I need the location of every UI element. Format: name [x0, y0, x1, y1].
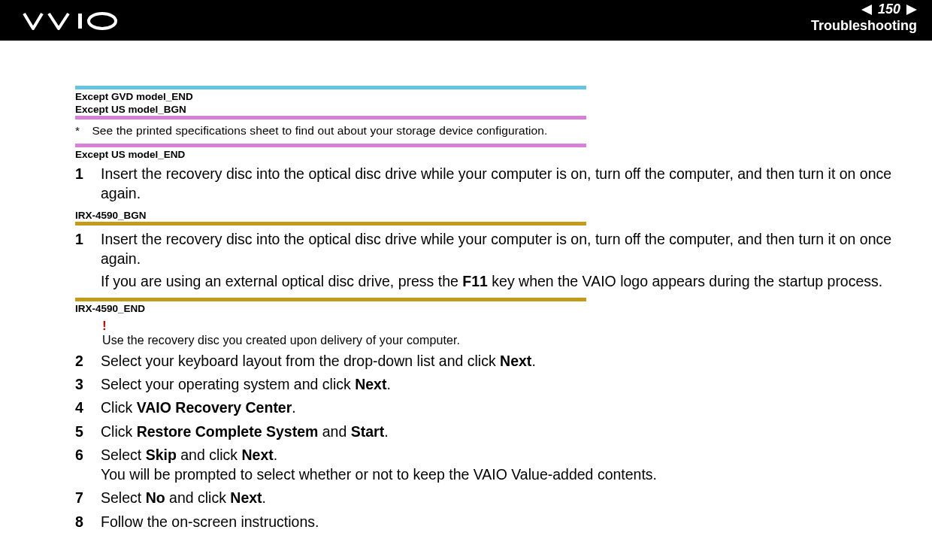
- step-body: Follow the on-screen instructions.: [101, 512, 917, 531]
- t: and click: [165, 489, 231, 506]
- step-3: 3 Select your operating system and click…: [75, 374, 917, 394]
- prev-page-arrow-icon[interactable]: [861, 5, 872, 15]
- step-number: 1: [75, 229, 101, 292]
- step-2: 2 Select your keyboard layout from the d…: [75, 351, 917, 371]
- t: Next: [242, 446, 274, 463]
- step-text: Insert the recovery disc into the optica…: [101, 164, 917, 204]
- step-number: 1: [75, 164, 101, 204]
- vaio-logo-icon: [23, 11, 120, 32]
- step-8: 8 Follow the on-screen instructions.: [75, 512, 917, 531]
- t: .: [384, 423, 388, 440]
- alert-text: Use the recovery disc you created upon d…: [102, 334, 917, 347]
- step-b1: 1 Insert the recovery disc into the opti…: [75, 229, 917, 292]
- step-number: 4: [75, 398, 101, 417]
- marker-irx-bgn: IRX-4590_BGN: [75, 210, 917, 221]
- t: and click: [177, 446, 242, 463]
- t: Skip: [146, 446, 177, 463]
- t: .: [262, 489, 266, 506]
- text-post: key when the VAIO logo appears during th…: [488, 273, 882, 289]
- step-body: Select No and click Next.: [101, 488, 917, 507]
- step-7: 7 Select No and click Next.: [75, 488, 917, 507]
- step-number: 7: [75, 488, 101, 507]
- step-body: Select your keyboard layout from the dro…: [101, 351, 917, 371]
- step-body: Insert the recovery disc into the optica…: [101, 229, 917, 292]
- step-body: Click VAIO Recovery Center.: [101, 398, 917, 417]
- step-body: Select your operating system and click N…: [101, 374, 917, 394]
- t: No: [146, 489, 165, 506]
- marker-except-us-end: Except US model_END: [75, 149, 917, 160]
- text-pre: If you are using an external optical dis…: [101, 273, 462, 289]
- t: VAIO Recovery Center: [137, 399, 292, 416]
- t: .: [386, 376, 390, 392]
- step-body: Select Skip and click Next. You will be …: [101, 445, 917, 485]
- t: Select your keyboard layout from the dro…: [101, 353, 500, 369]
- t: Select: [101, 489, 146, 506]
- marker-irx-end: IRX-4590_END: [75, 303, 917, 314]
- step-number: 5: [75, 422, 101, 441]
- svg-point-1: [89, 14, 116, 29]
- step-line2: You will be prompted to select whether o…: [101, 465, 917, 484]
- step-a1: 1 Insert the recovery disc into the opti…: [75, 164, 917, 204]
- step-body: Click Restore Complete System and Start.: [101, 422, 917, 441]
- footnote-text: See the printed specifications sheet to …: [92, 124, 547, 137]
- content-area: Except GVD model_END Except US model_BGN…: [0, 41, 932, 543]
- step-text: Insert the recovery disc into the optica…: [101, 231, 891, 267]
- t: Click: [101, 399, 137, 416]
- page-number: 150: [876, 2, 902, 17]
- t: Select your operating system and click: [101, 376, 355, 392]
- t: Click: [101, 423, 137, 440]
- text-bold: F11: [462, 273, 488, 289]
- step-number: 3: [75, 374, 101, 394]
- footnote-symbol: *: [75, 124, 89, 138]
- step-6: 6 Select Skip and click Next. You will b…: [75, 445, 917, 485]
- t: Select: [101, 446, 146, 463]
- marker-bar-gold: [75, 222, 586, 226]
- step-5: 5 Click Restore Complete System and Star…: [75, 422, 917, 441]
- t: Restore Complete System: [137, 423, 319, 440]
- step-4: 4 Click VAIO Recovery Center.: [75, 398, 917, 417]
- footnote: * See the printed specifications sheet t…: [75, 124, 917, 138]
- marker-bar-pink-2: [75, 144, 586, 147]
- t: Next: [355, 376, 386, 392]
- section-title: Troubleshooting: [811, 18, 917, 34]
- page-navigation: 150: [861, 2, 917, 17]
- step-number: 2: [75, 351, 101, 371]
- alert-icon: !: [102, 319, 917, 334]
- step-subtext: If you are using an external optical dis…: [101, 271, 917, 291]
- step-number: 8: [75, 512, 101, 531]
- t: Follow the on-screen instructions.: [101, 513, 319, 530]
- header-bar: 150 Troubleshooting: [0, 0, 932, 41]
- alert-block: ! Use the recovery disc you created upon…: [102, 319, 917, 347]
- step-number: 6: [75, 445, 101, 485]
- next-page-arrow-icon[interactable]: [906, 5, 917, 15]
- t: .: [292, 399, 295, 416]
- t: Next: [230, 489, 262, 506]
- marker-bar-pink: [75, 116, 586, 120]
- marker-except-gvd-end: Except GVD model_END: [75, 91, 917, 102]
- marker-bar-gold-2: [75, 298, 586, 301]
- t: .: [274, 446, 277, 463]
- t: Next: [500, 353, 531, 369]
- svg-rect-0: [78, 14, 82, 29]
- t: Start: [351, 423, 384, 440]
- marker-bar-blue: [75, 86, 586, 89]
- t: and: [318, 423, 350, 440]
- t: .: [531, 353, 535, 369]
- marker-except-us-bgn: Except US model_BGN: [75, 104, 917, 115]
